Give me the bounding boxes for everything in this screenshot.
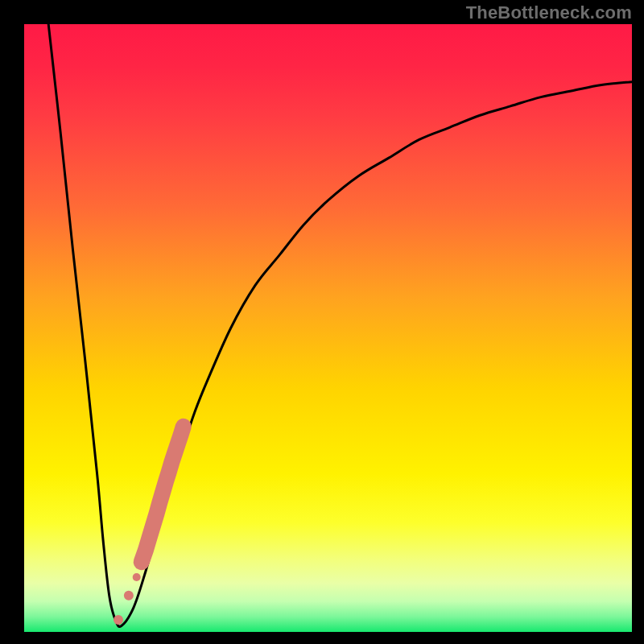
bottleneck-curve — [48, 24, 632, 626]
chart-frame: TheBottleneck.com — [0, 0, 644, 644]
highlighted-segment — [142, 427, 184, 562]
watermark-text: TheBottleneck.com — [466, 2, 632, 23]
plot-area — [24, 24, 632, 632]
chart-overlay-svg — [24, 24, 632, 632]
highlighted-point — [124, 591, 134, 601]
highlighted-point — [114, 615, 123, 625]
highlighted-point — [133, 573, 141, 581]
